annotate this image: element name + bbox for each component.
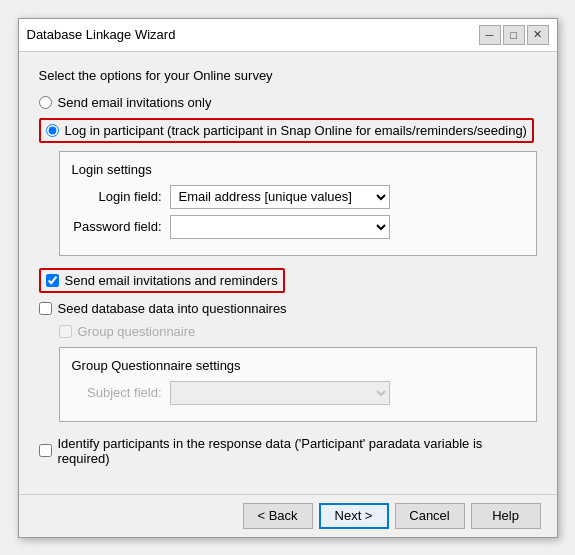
login-settings-group: Login settings Login field: Email addres… <box>59 151 537 256</box>
radio-login-label: Log in participant (track participant in… <box>65 123 527 138</box>
password-field-label: Password field: <box>72 219 162 234</box>
identify-row: Identify participants in the response da… <box>39 436 537 466</box>
checkbox-seed-row: Seed database data into questionnaires <box>39 301 537 316</box>
subject-field-select[interactable] <box>170 381 390 405</box>
next-button[interactable]: Next > <box>319 503 389 529</box>
login-field-label: Login field: <box>72 189 162 204</box>
password-field-select[interactable] <box>170 215 390 239</box>
checkbox-group-label: Group questionnaire <box>78 324 196 339</box>
main-window: Database Linkage Wizard ─ □ ✕ Select the… <box>18 18 558 538</box>
checkbox-email-invitations[interactable] <box>46 274 59 287</box>
close-button[interactable]: ✕ <box>527 25 549 45</box>
maximize-button[interactable]: □ <box>503 25 525 45</box>
radio-login-highlight: Log in participant (track participant in… <box>39 118 534 143</box>
help-button[interactable]: Help <box>471 503 541 529</box>
checkbox-seed-label: Seed database data into questionnaires <box>58 301 287 316</box>
radio-row-1: Send email invitations only <box>39 95 537 110</box>
radio-email-only[interactable] <box>39 96 52 109</box>
checkbox-identify-participants[interactable] <box>39 444 52 457</box>
subject-field-label: Subject field: <box>72 385 162 400</box>
checkbox-group-row: Group questionnaire <box>59 324 537 339</box>
group-settings-box: Group Questionnaire settings Subject fie… <box>59 347 537 422</box>
login-field-select[interactable]: Email address [unique values] <box>170 185 390 209</box>
window-title: Database Linkage Wizard <box>27 27 176 42</box>
password-field-row: Password field: <box>72 215 524 239</box>
login-settings-title: Login settings <box>72 162 524 177</box>
window-controls: ─ □ ✕ <box>479 25 549 45</box>
section-label: Select the options for your Online surve… <box>39 68 537 83</box>
checkbox-email-row: Send email invitations and reminders <box>39 268 537 293</box>
group-settings-title: Group Questionnaire settings <box>72 358 524 373</box>
minimize-button[interactable]: ─ <box>479 25 501 45</box>
subject-field-row: Subject field: <box>72 381 524 405</box>
checkbox-identify-label: Identify participants in the response da… <box>58 436 537 466</box>
checkbox-email-label: Send email invitations and reminders <box>65 273 278 288</box>
title-bar: Database Linkage Wizard ─ □ ✕ <box>19 19 557 52</box>
back-button[interactable]: < Back <box>243 503 313 529</box>
radio-login[interactable] <box>46 124 59 137</box>
checkbox-seed-database[interactable] <box>39 302 52 315</box>
radio-row-2: Log in participant (track participant in… <box>39 118 537 143</box>
checkbox-email-highlight: Send email invitations and reminders <box>39 268 285 293</box>
login-field-row: Login field: Email address [unique value… <box>72 185 524 209</box>
radio-email-only-label: Send email invitations only <box>58 95 212 110</box>
checkbox-group-questionnaire[interactable] <box>59 325 72 338</box>
cancel-button[interactable]: Cancel <box>395 503 465 529</box>
wizard-content: Select the options for your Online surve… <box>19 52 557 494</box>
footer: < Back Next > Cancel Help <box>19 494 557 537</box>
